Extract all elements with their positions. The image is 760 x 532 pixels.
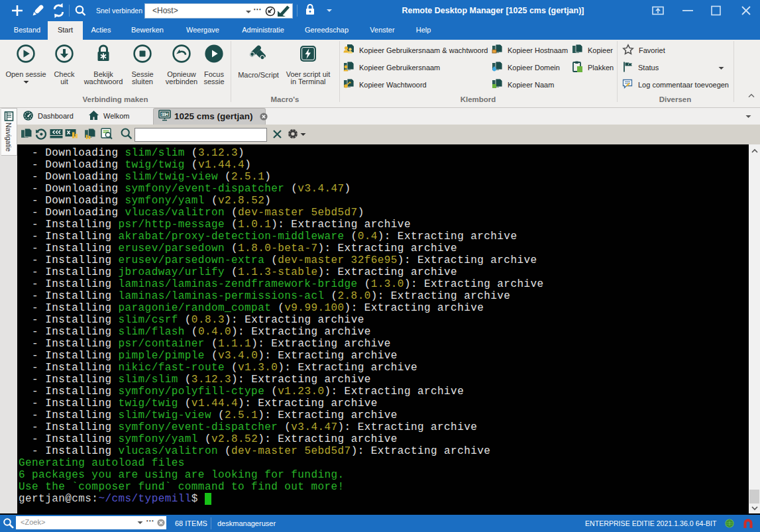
svg-text:SSH: SSH (161, 112, 168, 117)
